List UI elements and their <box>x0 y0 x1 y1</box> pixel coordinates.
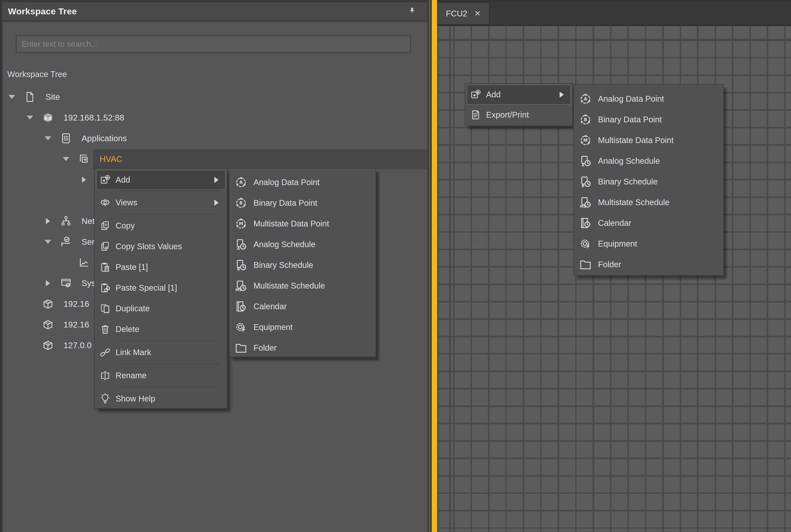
tree-row-label: 192.16 <box>63 294 89 314</box>
menu-item-show-help[interactable]: Show Help <box>95 388 227 409</box>
search-input[interactable] <box>17 36 410 52</box>
menu-item-folder[interactable]: Folder <box>229 338 375 358</box>
menu-separator <box>95 363 227 365</box>
tree-row-label: Net <box>81 211 95 231</box>
menu-item-multistate-schedule[interactable]: MS Multistate Schedule <box>574 192 724 213</box>
menu-item-folder[interactable]: Folder <box>574 254 724 275</box>
menu-item-delete[interactable]: Delete <box>95 319 227 340</box>
menu-item-multistate-schedule[interactable]: MS Multistate Schedule <box>229 276 375 296</box>
collapse-arrow-icon[interactable] <box>7 87 16 107</box>
expand-arrow-icon[interactable] <box>43 211 53 231</box>
device-outline-icon <box>41 336 55 355</box>
menu-item-analog-data-point[interactable]: AAnalog Data Point <box>229 172 375 193</box>
collapse-arrow-icon[interactable] <box>43 129 53 148</box>
menu-item-label: Folder <box>253 343 277 353</box>
folder-icon <box>579 258 592 271</box>
menu-item-multistate-data-point[interactable]: MMultistate Data Point <box>574 130 724 151</box>
menu-item-binary-schedule[interactable]: B Binary Schedule <box>229 255 375 276</box>
tab-bar: FCU2 ✕ <box>437 0 791 26</box>
rename-icon <box>99 370 111 382</box>
menu-item-label: Analog Schedule <box>253 240 315 249</box>
menu-item-label: Views <box>116 198 137 207</box>
menu-item-label: Delete <box>116 325 139 334</box>
menu-item-equipment[interactable]: Equipment <box>574 233 724 254</box>
tree-row-label: 192.168.1.52:88 <box>63 108 124 128</box>
submenu-arrow-icon <box>214 177 218 183</box>
tree-row-applications[interactable]: Applications <box>0 129 427 148</box>
menu-item-label: Analog Data Point <box>598 94 664 103</box>
menu-item-calendar[interactable]: Calendar <box>229 296 375 317</box>
menu-separator <box>95 340 227 342</box>
menu-item-copy[interactable]: Copy <box>95 215 227 236</box>
collapse-arrow-icon[interactable] <box>61 149 71 169</box>
menu-item-binary-data-point[interactable]: BBinary Data Point <box>574 109 724 130</box>
duplicate-icon <box>99 303 111 315</box>
menu-item-add[interactable]: Add <box>467 84 571 104</box>
add-icon <box>470 89 482 101</box>
calendar-icon <box>234 300 248 314</box>
menu-item-label: Multistate Data Point <box>253 219 329 228</box>
splitter-bar[interactable] <box>432 0 437 532</box>
tree-row-label: Ser <box>81 232 95 252</box>
menu-item-label: Binary Schedule <box>598 177 658 186</box>
tree-row-192-168-1-52-88[interactable]: 192.168.1.52:88 <box>0 108 427 128</box>
tree-row-label: 127.0.0 <box>63 336 92 355</box>
menu-item-export-print[interactable]: Export/Print <box>465 104 572 125</box>
tab-close-icon[interactable]: ✕ <box>474 9 481 18</box>
menu-item-rename[interactable]: Rename <box>95 365 227 386</box>
app-view-icon <box>77 149 91 169</box>
pin-icon[interactable] <box>407 6 417 16</box>
menu-item-label: Show Help <box>116 394 155 403</box>
svg-text:A: A <box>237 247 240 251</box>
menu-item-add[interactable]: Add <box>96 170 226 190</box>
help-icon <box>99 393 111 405</box>
menu-item-binary-schedule[interactable]: B Binary Schedule <box>574 171 724 192</box>
collapse-arrow-icon[interactable] <box>25 108 34 128</box>
expand-arrow-icon[interactable] <box>79 170 89 190</box>
search-box[interactable] <box>16 35 411 53</box>
menu-item-label: Export/Print <box>486 110 529 119</box>
binary-schedule-icon: B <box>579 175 592 189</box>
menu-item-paste-special-1-[interactable]: Paste Special [1] <box>95 278 227 298</box>
svg-text:M: M <box>239 221 243 226</box>
menu-item-binary-data-point[interactable]: BBinary Data Point <box>229 193 375 213</box>
canvas-context-menu: AddExport/Print <box>465 83 573 126</box>
menu-separator <box>95 213 227 215</box>
multistate-schedule-icon: MS <box>234 279 248 293</box>
tab-label: FCU2 <box>446 9 467 18</box>
svg-text:B: B <box>584 117 587 122</box>
tab-fcu2[interactable]: FCU2 ✕ <box>437 2 489 25</box>
binary-schedule-icon: B <box>234 259 248 272</box>
menu-item-equipment[interactable]: Equipment <box>229 317 375 338</box>
collapse-arrow-icon[interactable] <box>43 232 53 252</box>
svg-text:A: A <box>584 96 587 101</box>
menu-item-link-mark[interactable]: Link Mark <box>95 342 227 363</box>
menu-item-label: Link Mark <box>116 348 151 357</box>
menu-item-label: Binary Schedule <box>253 261 313 270</box>
menu-item-views[interactable]: Views <box>95 192 227 213</box>
menu-item-copy-slots-values[interactable]: 123Copy Slots Values <box>95 236 227 257</box>
menu-item-label: Calendar <box>598 218 631 228</box>
analog-schedule-icon: A <box>579 154 592 168</box>
applications-icon <box>59 129 73 148</box>
svg-text:123: 123 <box>105 247 109 249</box>
menu-item-duplicate[interactable]: Duplicate <box>95 298 227 319</box>
menu-item-label: Add <box>116 175 130 185</box>
menu-item-label: Multistate Schedule <box>253 281 325 290</box>
analog-point-icon: A <box>234 176 248 189</box>
menu-item-analog-data-point[interactable]: AAnalog Data Point <box>574 89 724 109</box>
menu-item-calendar[interactable]: Calendar <box>574 213 724 233</box>
menu-item-multistate-data-point[interactable]: MMultistate Data Point <box>229 213 375 234</box>
menu-separator <box>95 190 227 192</box>
menu-item-analog-schedule[interactable]: A Analog Schedule <box>229 234 375 255</box>
tree-row-site[interactable]: Site <box>0 87 427 107</box>
network-icon <box>59 211 73 231</box>
tree-row-hvac[interactable]: HVAC <box>0 149 427 169</box>
trend-icon <box>77 253 91 272</box>
submenu-arrow-icon <box>560 92 564 98</box>
menu-item-analog-schedule[interactable]: A Analog Schedule <box>574 151 724 171</box>
expand-arrow-icon[interactable] <box>43 273 53 293</box>
submenu-arrow-icon <box>214 200 218 206</box>
menu-item-paste-1-[interactable]: Paste [1] <box>95 257 227 278</box>
add-submenu-right: AAnalog Data Point BBinary Data Point MM… <box>573 84 724 276</box>
